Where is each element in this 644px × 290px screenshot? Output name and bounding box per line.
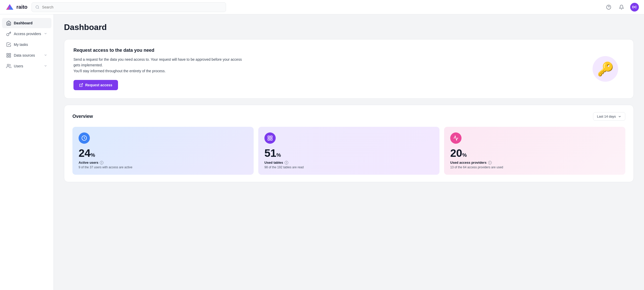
svg-line-12 bbox=[81, 84, 83, 85]
used-access-providers-icon bbox=[450, 132, 461, 144]
active-users-icon bbox=[79, 132, 90, 144]
tasks-icon bbox=[6, 42, 11, 47]
used-tables-icon bbox=[264, 132, 276, 144]
card-heading: Request access to the data you need bbox=[73, 48, 624, 53]
svg-rect-9 bbox=[7, 56, 8, 57]
used-access-providers-sub: 13 of the 64 access providers are used bbox=[450, 165, 619, 169]
svg-rect-14 bbox=[268, 136, 270, 138]
chevron-down-icon bbox=[44, 32, 47, 36]
chevron-down-icon bbox=[44, 53, 47, 58]
search-bar[interactable] bbox=[31, 2, 226, 12]
top-navigation: raito DC bbox=[0, 0, 644, 14]
notifications-button[interactable] bbox=[617, 3, 626, 11]
stat-card-active-users: 24% Active users i 9 of the 37 users wit… bbox=[72, 127, 254, 175]
overview-header: Overview Last 14 days bbox=[72, 112, 625, 121]
sidebar: Dashboard Access providers My tasks bbox=[0, 14, 54, 290]
external-link-icon bbox=[79, 83, 83, 87]
request-access-button[interactable]: Request access bbox=[73, 80, 118, 90]
used-tables-label: Used tables i bbox=[264, 161, 433, 164]
svg-rect-7 bbox=[7, 54, 8, 55]
svg-rect-17 bbox=[271, 139, 272, 140]
overview-title: Overview bbox=[72, 114, 93, 119]
search-icon bbox=[35, 5, 39, 9]
svg-rect-10 bbox=[9, 56, 11, 57]
logo-text: raito bbox=[16, 4, 27, 10]
svg-point-11 bbox=[7, 64, 9, 66]
key-icon bbox=[6, 31, 11, 36]
users-icon bbox=[6, 64, 11, 69]
sidebar-item-my-tasks[interactable]: My tasks bbox=[2, 39, 51, 50]
sidebar-item-label: Dashboard bbox=[14, 21, 33, 25]
help-button[interactable] bbox=[605, 3, 613, 11]
key-illustration: 🔑 bbox=[593, 56, 618, 82]
help-icon bbox=[606, 5, 611, 10]
svg-rect-8 bbox=[9, 54, 11, 55]
sidebar-item-label: Access providers bbox=[14, 32, 41, 36]
card-body: Send a request for the data you need acc… bbox=[73, 57, 248, 74]
used-tables-value: 51% bbox=[264, 148, 433, 159]
sidebar-item-access-providers[interactable]: Access providers bbox=[2, 29, 51, 39]
active-users-label: Active users i bbox=[79, 161, 248, 164]
stat-card-used-access-providers: 20% Used access providers i 13 of the 64… bbox=[444, 127, 625, 175]
info-icon[interactable]: i bbox=[285, 161, 288, 164]
request-access-card: Request access to the data you need Send… bbox=[64, 39, 634, 99]
used-access-providers-value: 20% bbox=[450, 148, 619, 159]
user-avatar[interactable]: DC bbox=[630, 3, 639, 12]
home-icon bbox=[6, 20, 11, 26]
chevron-down-icon bbox=[618, 115, 621, 118]
bell-icon bbox=[619, 5, 624, 10]
active-users-sub: 9 of the 37 users with access are active bbox=[79, 165, 248, 169]
sidebar-item-label: My tasks bbox=[14, 43, 28, 47]
used-tables-sub: 98 of the 192 tables are read bbox=[264, 165, 433, 169]
sidebar-item-users[interactable]: Users bbox=[2, 61, 51, 71]
period-select[interactable]: Last 14 days bbox=[593, 112, 625, 121]
sidebar-item-label: Users bbox=[14, 64, 23, 68]
svg-point-4 bbox=[36, 6, 39, 8]
info-icon[interactable]: i bbox=[488, 161, 492, 164]
search-input[interactable] bbox=[42, 5, 222, 9]
logo[interactable]: raito bbox=[5, 3, 27, 12]
main-layout: Dashboard Access providers My tasks bbox=[0, 14, 644, 290]
stat-card-used-tables: 51% Used tables i 98 of the 192 tables a… bbox=[258, 127, 439, 175]
overview-card: Overview Last 14 days bbox=[64, 105, 634, 182]
stats-grid: 24% Active users i 9 of the 37 users wit… bbox=[72, 127, 625, 175]
sidebar-item-data-sources[interactable]: Data sources bbox=[2, 50, 51, 60]
used-access-providers-label: Used access providers i bbox=[450, 161, 619, 164]
nav-right: DC bbox=[605, 3, 639, 12]
sidebar-item-dashboard[interactable]: Dashboard bbox=[2, 18, 51, 28]
info-icon[interactable]: i bbox=[100, 161, 103, 164]
sidebar-item-label: Data sources bbox=[14, 53, 35, 57]
svg-rect-16 bbox=[268, 139, 270, 140]
page-title: Dashboard bbox=[64, 23, 634, 32]
data-sources-icon bbox=[6, 53, 11, 58]
main-content: Dashboard Request access to the data you… bbox=[54, 14, 644, 290]
active-users-value: 24% bbox=[79, 148, 248, 159]
chevron-down-icon bbox=[44, 64, 47, 68]
svg-rect-15 bbox=[271, 136, 272, 138]
